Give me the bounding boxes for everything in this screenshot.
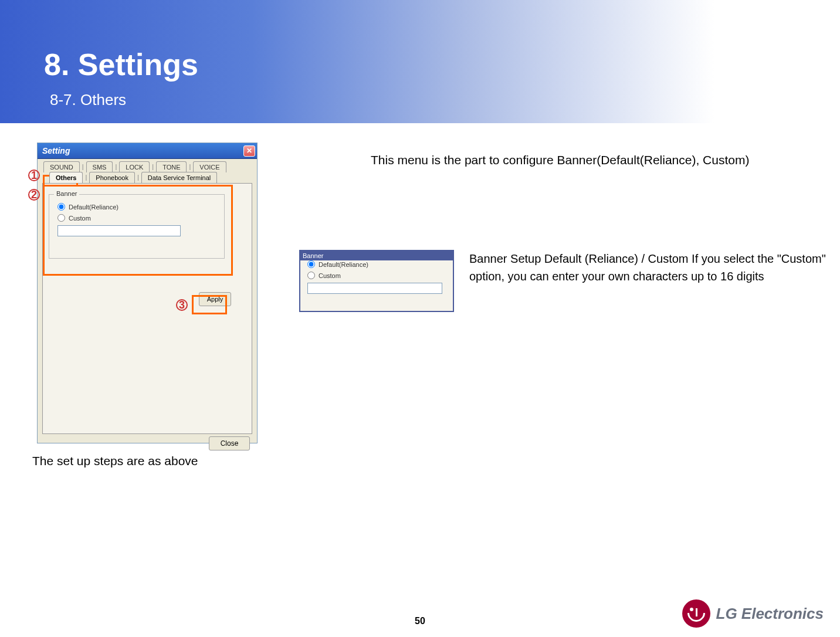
zoom-radio-custom-row: Custom [307, 272, 453, 279]
radio-custom[interactable] [57, 214, 65, 222]
zoom-custom-input[interactable] [307, 283, 442, 294]
tab-tone[interactable]: TONE [156, 161, 187, 172]
lg-logo-text: LG Electronics [716, 605, 824, 623]
radio-default-row: Default(Reliance) [57, 203, 224, 211]
radio-custom-label: Custom [69, 215, 91, 222]
description-main: This menu is the part to configure Banne… [371, 151, 749, 168]
page-number: 50 [415, 616, 425, 626]
custom-banner-input[interactable] [57, 225, 181, 236]
tab-voice[interactable]: VOICE [193, 161, 226, 172]
zoom-radio-default[interactable] [307, 260, 315, 268]
zoom-radio-default-label: Default(Reliance) [319, 261, 368, 268]
close-button[interactable]: Close [209, 436, 250, 450]
lg-logo-icon [682, 599, 710, 628]
banner-group-label: Banner [54, 190, 79, 197]
tabs-row-2: Others | Phonebook | Data Service Termin… [38, 172, 257, 183]
tab-dst[interactable]: Data Service Terminal [141, 172, 217, 183]
tab-others[interactable]: Others [49, 172, 83, 183]
zoom-radio-custom-label: Custom [319, 272, 341, 279]
marker-1: 1 [28, 170, 40, 181]
tab-content: Banner Default(Reliance) Custom Apply [42, 183, 252, 434]
radio-default[interactable] [57, 203, 65, 211]
tab-sms[interactable]: SMS [86, 161, 113, 172]
tab-sound[interactable]: SOUND [43, 161, 80, 172]
radio-custom-row: Custom [57, 214, 224, 222]
marker-2: 2 [28, 189, 40, 201]
tab-lock[interactable]: LOCK [119, 161, 150, 172]
lg-logo: LG Electronics [682, 599, 824, 628]
window-title: Setting [42, 146, 70, 155]
tabs-row-1: SOUND | SMS | LOCK | TONE | VOICE [38, 159, 257, 172]
tab-phonebook[interactable]: Phonebook [89, 172, 135, 183]
zoom-radio-default-row: Default(Reliance) [307, 260, 453, 268]
marker-3: 3 [176, 299, 188, 311]
banner-zoom-panel: Banner Default(Reliance) Custom [299, 250, 454, 312]
title-bar: Setting ✕ [38, 143, 257, 159]
page-title: 8. Settings [44, 47, 198, 82]
zoom-radio-custom[interactable] [307, 272, 315, 279]
banner-groupbox: Banner Default(Reliance) Custom [49, 194, 225, 259]
setting-window: Setting ✕ SOUND | SMS | LOCK | TONE | VO… [37, 143, 258, 443]
apply-button[interactable]: Apply [199, 292, 231, 306]
description-detail: Banner Setup Default (Reliance) / Custom… [469, 250, 833, 285]
window-close-button[interactable]: ✕ [243, 145, 255, 157]
radio-default-label: Default(Reliance) [69, 204, 118, 211]
close-row: Close [38, 436, 257, 450]
page-subtitle: 8-7. Others [50, 91, 126, 109]
zoom-title: Banner [300, 251, 453, 260]
setup-caption: The set up steps are as above [32, 454, 198, 468]
